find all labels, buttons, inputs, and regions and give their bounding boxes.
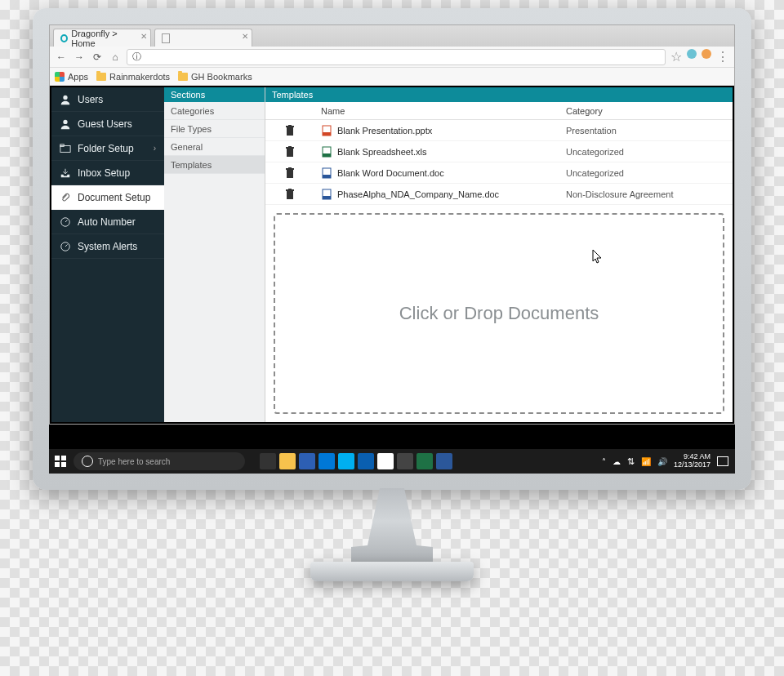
tab-dragonfly[interactable]: Dragonfly > Home ✕ <box>53 29 151 47</box>
taskbar-app-store[interactable] <box>299 453 315 469</box>
taskbar-app-task-view[interactable] <box>260 453 276 469</box>
sidebar-item-guest-users[interactable]: Guest Users <box>51 112 164 136</box>
gauge-icon <box>60 241 71 252</box>
table-row[interactable]: Blank Spreadsheet.xlsUncategorized <box>265 141 733 162</box>
taskbar-app-skype[interactable] <box>338 453 354 469</box>
taskbar-app-photos[interactable] <box>397 453 413 469</box>
extension-icon[interactable] <box>702 49 711 59</box>
svg-rect-7 <box>286 126 294 127</box>
tab-blank[interactable]: ✕ <box>154 29 252 47</box>
svg-rect-11 <box>287 149 293 157</box>
info-icon: ⓘ <box>132 51 141 63</box>
delete-button[interactable] <box>265 146 314 158</box>
sidebar-item-auto-number[interactable]: Auto Number <box>51 210 164 234</box>
menu-icon[interactable]: ⋮ <box>716 49 729 64</box>
screen: — ▢ ✕ Dragonfly > Home ✕ ✕ ← → <box>49 24 735 474</box>
sidebar-item-folder-setup[interactable]: Folder Setup › <box>51 136 164 161</box>
bookmark-bar: Apps Rainmakerdots GH Bookmarks <box>50 68 734 86</box>
column-category: Category <box>559 106 733 116</box>
taskbar: Type here to search ˄ ☁ ⇅ 📶 🔊 9:42 AM 12… <box>49 449 735 474</box>
svg-rect-8 <box>288 125 292 126</box>
sidebar: Users Guest Users Folder Setup › <box>51 87 164 422</box>
inbox-icon <box>60 167 71 179</box>
bookmark-rainmakerdots[interactable]: Rainmakerdots <box>96 72 170 82</box>
file-icon <box>321 125 332 136</box>
delete-button[interactable] <box>265 189 314 200</box>
dropzone-label: Click or Drop Documents <box>399 303 599 324</box>
sidebar-item-users[interactable]: Users <box>51 87 164 112</box>
sidebar-item-inbox-setup[interactable]: Inbox Setup <box>51 161 164 185</box>
svg-rect-22 <box>286 189 294 191</box>
dropzone[interactable]: Click or Drop Documents <box>274 213 724 414</box>
file-name: Blank Word Document.doc <box>337 168 444 178</box>
tab-close-icon[interactable]: ✕ <box>140 32 147 41</box>
table-row[interactable]: PhaseAlpha_NDA_Company_Name.docNon-Discl… <box>265 184 733 205</box>
url-input[interactable]: ⓘ <box>127 49 666 65</box>
section-general[interactable]: General <box>164 138 265 156</box>
star-icon[interactable]: ☆ <box>670 49 682 64</box>
svg-rect-21 <box>287 191 293 199</box>
sidebar-item-label: Auto Number <box>78 216 136 228</box>
file-icon <box>321 189 332 200</box>
notifications-icon[interactable] <box>717 456 728 466</box>
sidebar-item-system-alerts[interactable]: System Alerts <box>51 234 164 259</box>
start-button[interactable] <box>49 456 72 467</box>
extension-icon[interactable] <box>687 49 697 59</box>
trash-icon <box>285 167 295 179</box>
svg-rect-16 <box>287 170 293 178</box>
taskbar-search[interactable]: Type here to search <box>74 452 245 470</box>
svg-rect-29 <box>61 462 66 467</box>
taskbar-app-excel[interactable] <box>416 453 433 469</box>
back-button[interactable]: ← <box>55 51 68 64</box>
taskbar-app-chrome[interactable] <box>377 453 394 469</box>
sidebar-item-label: Users <box>78 94 103 105</box>
volume-icon[interactable]: 🔊 <box>657 457 667 466</box>
monitor-stand <box>351 488 433 570</box>
bookmark-gh-bookmarks[interactable]: GH Bookmarks <box>178 72 252 82</box>
taskbar-app-edge[interactable] <box>318 453 335 469</box>
svg-rect-26 <box>55 456 60 460</box>
file-category-cell: Presentation <box>559 126 733 136</box>
taskbar-app-outlook[interactable] <box>358 453 374 469</box>
search-placeholder: Type here to search <box>98 457 170 466</box>
folder-icon <box>60 143 71 154</box>
table-row[interactable]: Blank Word Document.docUncategorized <box>265 162 733 184</box>
file-name-cell: Blank Word Document.doc <box>314 167 559 179</box>
delete-button[interactable] <box>265 167 314 179</box>
file-name: PhaseAlpha_NDA_Company_Name.doc <box>337 189 499 199</box>
svg-rect-27 <box>61 456 66 460</box>
section-templates[interactable]: Templates <box>164 156 265 174</box>
apps-button[interactable]: Apps <box>55 72 88 82</box>
section-file-types[interactable]: File Types <box>164 120 265 138</box>
folder-icon <box>178 73 188 81</box>
file-category-cell: Uncategorized <box>559 168 733 178</box>
svg-rect-23 <box>288 189 292 189</box>
section-categories[interactable]: Categories <box>164 102 265 120</box>
delete-button[interactable] <box>265 125 314 136</box>
reload-button[interactable]: ⟳ <box>91 51 104 64</box>
home-button[interactable]: ⌂ <box>109 51 122 64</box>
tab-close-icon[interactable]: ✕ <box>242 32 248 41</box>
file-icon <box>321 167 332 179</box>
app-content: Users Guest Users Folder Setup › <box>51 87 733 422</box>
tab-strip: Dragonfly > Home ✕ ✕ <box>50 25 734 47</box>
cloud-icon[interactable]: ☁ <box>612 457 621 466</box>
file-name-cell: Blank Spreadsheet.xls <box>314 146 559 158</box>
sidebar-item-document-setup[interactable]: Document Setup <box>51 185 164 210</box>
tray-chevron-icon[interactable]: ˄ <box>602 457 606 466</box>
file-name: Blank Presentation.pptx <box>337 126 432 136</box>
svg-rect-20 <box>323 175 331 178</box>
taskbar-app-file-explorer[interactable] <box>279 453 296 469</box>
cortana-icon <box>82 456 93 467</box>
table-row[interactable]: Blank Presentation.pptxPresentation <box>265 120 733 141</box>
clock[interactable]: 9:42 AM 12/13/2017 <box>674 453 710 469</box>
network-icon[interactable]: ⇅ <box>627 456 635 467</box>
svg-rect-28 <box>55 462 60 467</box>
wifi-icon[interactable]: 📶 <box>641 457 651 466</box>
forward-button[interactable]: → <box>73 51 86 64</box>
favicon-teal-icon <box>60 34 68 42</box>
bookmark-label: GH Bookmarks <box>191 72 252 82</box>
system-tray: ˄ ☁ ⇅ 📶 🔊 9:42 AM 12/13/2017 <box>602 453 735 469</box>
taskbar-app-word[interactable] <box>436 453 452 469</box>
sections-header: Sections <box>164 87 265 102</box>
